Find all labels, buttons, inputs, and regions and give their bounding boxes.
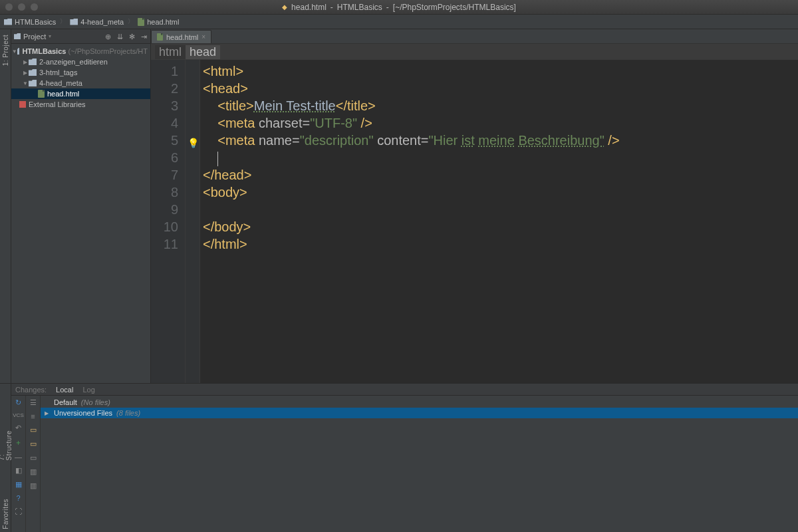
title-project: HTMLBasics <box>337 3 382 12</box>
changelist-unversioned[interactable]: ▶ Unversioned Files (8 files) <box>41 408 798 418</box>
libraries-icon <box>19 101 26 108</box>
close-tab-icon[interactable]: × <box>201 33 205 41</box>
hide-icon[interactable]: ⇥ <box>140 33 148 41</box>
crumb-html[interactable]: html <box>155 45 186 59</box>
window-controls[interactable] <box>0 3 38 11</box>
vcs-tab-bar: Changes: Local Log <box>11 384 798 396</box>
vcs-tool-column-2: ☰ ≡ ▭ ▭ ▭ ▥ ▥ <box>26 396 41 532</box>
project-toolbar: Project ▾ ⊕ ⇊ ✻ ⇥ <box>11 29 150 44</box>
tree-folder[interactable]: ▶ 3-html_tags <box>11 67 150 78</box>
dropdown-icon[interactable]: ▾ <box>49 33 51 39</box>
folder-icon <box>29 80 37 86</box>
breadcrumb-item[interactable]: 4-head_meta <box>70 18 124 26</box>
vcs-tool-column: ↻ VCS ↶ ＋ — ◧ ▦ ? ⛶ <box>11 396 26 532</box>
chevron-right-icon[interactable]: ▶ <box>45 410 50 416</box>
refresh-icon[interactable]: ↻ <box>15 398 21 407</box>
folder-icon <box>29 69 37 76</box>
group-icon[interactable]: ☰ <box>30 398 37 407</box>
folder-icon <box>29 59 37 65</box>
add-icon[interactable]: ＋ <box>15 438 22 448</box>
breadcrumb-item[interactable]: HTMLBasics <box>4 18 56 26</box>
crumb-head[interactable]: head <box>186 45 220 59</box>
show-icon[interactable]: ▭ <box>30 454 37 462</box>
structure-tool-button[interactable]: 7: Structure <box>0 428 13 463</box>
editor-tab-active[interactable]: head.html × <box>151 30 211 43</box>
tab-label: head.html <box>166 33 198 41</box>
chevron-right-icon: 〉 <box>60 17 66 26</box>
folder-icon <box>70 19 78 25</box>
folder-icon <box>4 19 12 25</box>
changes-list[interactable]: Default (No files) ▶ Unversioned Files (… <box>41 396 798 532</box>
window-titlebar: ◆ head.html - HTMLBasics - [~/PhpStormPr… <box>0 0 798 15</box>
file-icon: ◆ <box>282 3 287 11</box>
chevron-down-icon[interactable]: ▼ <box>12 49 17 55</box>
changelist-default[interactable]: Default (No files) <box>41 397 798 408</box>
vcs-label-icon[interactable]: VCS <box>13 412 23 418</box>
remove-icon[interactable]: — <box>15 453 22 461</box>
title-filename: head.html <box>291 3 327 12</box>
changelist-icon[interactable]: ▭ <box>30 426 37 434</box>
html-file-icon <box>38 90 45 98</box>
html-file-icon <box>157 33 163 41</box>
navigation-bar: HTMLBasics 〉 4-head_meta 〉 head.html <box>0 15 798 29</box>
text-cursor <box>217 152 218 166</box>
project-toolbar-label: Project <box>23 33 46 41</box>
help-icon[interactable]: ? <box>16 494 20 502</box>
zoom-window-icon[interactable] <box>31 3 38 11</box>
editor-tabbar: head.html × <box>151 29 798 44</box>
expand-icon[interactable]: ⛶ <box>15 507 22 515</box>
project-tool-button[interactable]: 1: Project <box>2 32 9 68</box>
tree-folder[interactable]: ▼ 4-head_meta <box>11 78 150 88</box>
undo-icon[interactable]: ↶ <box>15 424 21 432</box>
chevron-right-icon[interactable]: ▶ <box>22 59 29 65</box>
chevron-right-icon: 〉 <box>128 17 134 26</box>
version-control-panel: 7: Structure Favorites Changes: Local Lo… <box>0 383 798 532</box>
preview-icon[interactable]: ▥ <box>30 467 37 476</box>
scroll-from-source-icon[interactable]: ⊕ <box>104 33 112 41</box>
project-icon <box>14 33 21 39</box>
minimize-window-icon[interactable] <box>18 3 25 11</box>
favorites-tool-button[interactable]: Favorites <box>2 496 9 532</box>
breadcrumb-item[interactable]: head.html <box>138 18 179 26</box>
tree-folder[interactable]: ▶ 2-anzeigen_editieren <box>11 57 150 67</box>
tree-external-libraries[interactable]: External Libraries <box>11 99 150 110</box>
left-gutter-strip: 7: Structure Favorites <box>0 384 11 532</box>
tree-file-selected[interactable]: head.html <box>11 88 150 99</box>
editor-breadcrumb[interactable]: htmlhead <box>151 44 798 60</box>
folder-icon <box>17 48 20 55</box>
tree-root[interactable]: ▼ HTMLBasics (~/PhpStormProjects/HT <box>11 46 150 57</box>
flatten-icon[interactable]: ≡ <box>31 412 35 420</box>
collapse-all-icon[interactable]: ⇊ <box>116 33 124 41</box>
vcs-tab-log[interactable]: Log <box>82 386 94 394</box>
details-icon[interactable]: ▥ <box>30 481 37 490</box>
move-icon[interactable]: ▭ <box>30 440 37 448</box>
intention-bulb-icon[interactable]: 💡 <box>188 134 199 152</box>
title-path: [~/PhpStormProjects/HTMLBasics] <box>393 3 516 12</box>
vcs-tab-local[interactable]: Local <box>56 386 73 394</box>
shelve-icon[interactable]: ▦ <box>15 480 22 489</box>
window-title: ◆ head.html - HTMLBasics - [~/PhpStormPr… <box>282 3 516 12</box>
vcs-tab-label: Changes: <box>15 386 47 394</box>
chevron-right-icon[interactable]: ▶ <box>22 70 29 76</box>
html-file-icon <box>138 18 144 26</box>
diff-icon[interactable]: ◧ <box>15 466 22 475</box>
chevron-down-icon[interactable]: ▼ <box>22 80 29 86</box>
close-window-icon[interactable] <box>5 3 13 11</box>
gear-icon[interactable]: ✻ <box>128 33 136 41</box>
